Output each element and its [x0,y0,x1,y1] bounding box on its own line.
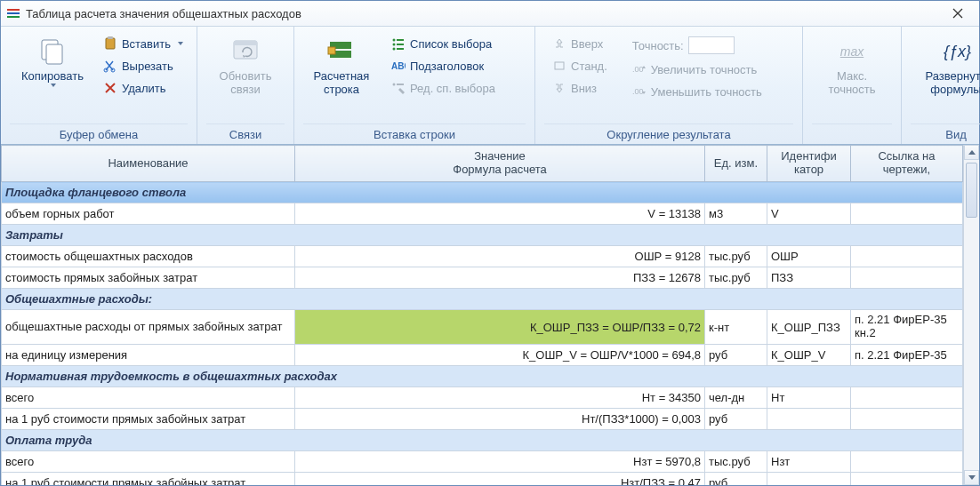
cell-unit[interactable]: м3 [705,203,767,225]
cell-ident[interactable]: V [767,203,851,225]
cell-ident[interactable]: ОШР [767,246,851,267]
expand-formulas-button[interactable]: {ƒx} Развернуть формулы [911,32,980,101]
expand-formulas-label2: формулы [930,84,980,97]
cell-ref[interactable] [851,387,963,409]
cell-name[interactable]: на 1 руб стоимости прямых забойных затра… [2,409,295,430]
subheader-button[interactable]: ABC Подзаголовок [387,56,500,76]
table-row[interactable]: на 1 руб стоимости прямых забойных затра… [2,473,963,486]
refresh-links-button[interactable]: Обновить связи [208,32,283,101]
select-list-button[interactable]: Список выбора [387,34,500,53]
cell-ref[interactable] [851,451,963,473]
cell-ref[interactable] [851,246,963,267]
delete-icon [103,81,117,95]
close-button[interactable] [942,1,974,26]
cell-name[interactable]: объем горных работ [2,203,295,225]
cell-ident[interactable] [767,409,851,430]
data-grid[interactable]: Наименование Значение Формула расчета Ед… [1,145,963,485]
svg-point-16 [393,44,396,46]
svg-rect-4 [46,44,62,64]
table-row[interactable]: всегоНзт = 5970,8тыс.рубНзт [2,451,963,473]
calc-line-button[interactable]: Расчетная строка [303,32,380,101]
cell-ref[interactable] [851,267,963,289]
cell-ident[interactable]: Нт [767,387,851,409]
table-row[interactable]: на 1 руб стоимости прямых забойных затра… [2,409,963,430]
cell-unit[interactable]: руб [705,345,767,366]
svg-rect-1 [7,12,20,14]
col-name[interactable]: Наименование [2,146,295,182]
col-unit[interactable]: Ед. изм. [705,146,767,182]
scroll-down-button[interactable] [964,470,979,485]
col-unit-label: Ед. изм. [714,156,758,170]
table-row[interactable]: Оплата труда [2,430,963,451]
cell-formula[interactable]: Нзт/ПЗЗ = 0,47 [295,473,705,486]
increase-precision-label: Увеличить точность [651,63,757,76]
copy-button[interactable]: Копировать [10,32,95,92]
cell-unit[interactable]: чел-дн [705,387,767,409]
cell-name[interactable]: общешахтные расходы от прямых забойных з… [2,310,295,345]
svg-text:.00: .00 [632,87,644,96]
cell-formula[interactable]: Нт = 34350 [295,387,705,409]
precision-input[interactable] [688,36,735,54]
table-row[interactable]: Нормативная трудоемкость в общешахтных р… [2,366,963,387]
section-cell: Оплата труда [2,430,963,451]
cell-formula[interactable]: ПЗЗ = 12678 [295,267,705,289]
move-up-button[interactable]: Вверх [548,34,612,53]
col-ref[interactable]: Ссылка на чертежи, [851,146,963,182]
table-row[interactable]: Затраты [2,225,963,246]
cell-ref[interactable] [851,203,963,225]
cell-unit[interactable]: тыс.руб [705,246,767,267]
cell-ref[interactable]: п. 2.21 ФирЕР-35 [851,345,963,366]
cell-name[interactable]: стоимость прямых забойных затрат [2,267,295,289]
cell-formula[interactable]: К_ОШР_V = ОШР/V*1000 = 694,8 [295,345,705,366]
svg-rect-17 [397,44,404,45]
std-button[interactable]: Станд. [548,56,612,76]
cell-ident[interactable]: К_ОШР_ПЗЗ [767,310,851,345]
table-row[interactable]: Общешахтные расходы: [2,289,963,310]
table-row[interactable]: объем горных работV = 13138м3V [2,203,963,225]
table-row[interactable]: общешахтные расходы от прямых забойных з… [2,310,963,345]
cell-ref[interactable] [851,409,963,430]
cell-ref[interactable]: п. 2.21 ФирЕР-35 кн.2 [851,310,963,345]
cell-ref[interactable] [851,473,963,486]
paste-label: Вставить [122,37,171,51]
delete-button[interactable]: Удалить [99,78,188,98]
table-row[interactable]: стоимость прямых забойных затратПЗЗ = 12… [2,267,963,289]
cell-name[interactable]: стоимость общешахтных расходов [2,246,295,267]
cell-ident[interactable]: Нзт [767,451,851,473]
max-precision-button[interactable]: max Макс. точность [815,32,889,101]
cell-ident[interactable]: ПЗЗ [767,267,851,289]
cell-name[interactable]: на 1 руб стоимости прямых забойных затра… [2,473,295,486]
edit-select-button[interactable]: Ред. сп. выбора [387,78,500,98]
move-down-button[interactable]: Вниз [548,78,612,98]
cut-button[interactable]: Вырезать [99,56,188,76]
paste-button[interactable]: Вставить [99,34,188,53]
cell-unit[interactable]: руб [705,409,767,430]
cell-name[interactable]: всего [2,451,295,473]
scroll-up-button[interactable] [964,145,979,160]
section-cell: Затраты [2,225,963,246]
col-value[interactable]: Значение Формула расчета [295,146,705,182]
cell-formula[interactable]: V = 13138 [295,203,705,225]
table-row[interactable]: всегоНт = 34350чел-днНт [2,387,963,409]
vertical-scrollbar[interactable] [963,145,979,485]
table-row[interactable]: стоимость общешахтных расходовОШР = 9128… [2,246,963,267]
cell-formula[interactable]: Нт/(ПЗЗ*1000) = 0,003 [295,409,705,430]
cell-formula[interactable]: ОШР = 9128 [295,246,705,267]
cell-ident[interactable] [767,473,851,486]
scroll-thumb[interactable] [966,163,977,218]
table-row[interactable]: Площадка фланцевого ствола [2,182,963,203]
cell-formula[interactable]: К_ОШР_ПЗЗ = ОШР/ПЗЗ = 0,72 [295,310,705,345]
increase-precision-button[interactable]: .00 Увеличить точность [628,60,767,79]
cell-unit[interactable]: руб [705,473,767,486]
cell-name[interactable]: всего [2,387,295,409]
cell-ident[interactable]: К_ОШР_V [767,345,851,366]
cell-unit[interactable]: тыс.руб [705,451,767,473]
col-ident[interactable]: Идентифи катор [767,146,851,182]
cell-name[interactable]: на единицу измерения [2,345,295,366]
cell-formula[interactable]: Нзт = 5970,8 [295,451,705,473]
decrease-precision-button[interactable]: .00 Уменьшить точность [628,82,767,101]
table-row[interactable]: на единицу измеренияК_ОШР_V = ОШР/V*1000… [2,345,963,366]
col-ident-label1: Идентифи [781,149,837,163]
cell-unit[interactable]: тыс.руб [705,267,767,289]
cell-unit[interactable]: к-нт [705,310,767,345]
